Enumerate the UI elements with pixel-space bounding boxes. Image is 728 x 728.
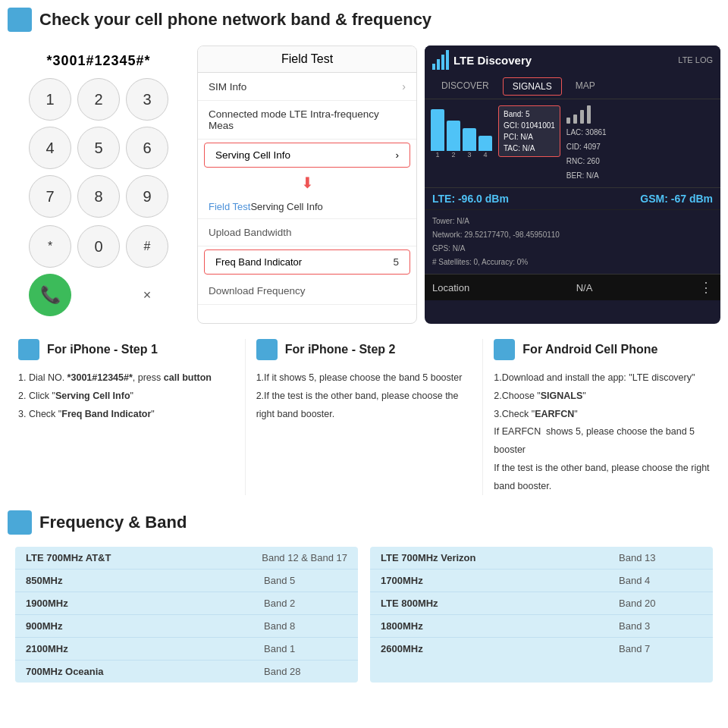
lte-title-area: LTE Discovery: [432, 50, 532, 70]
step1-column: For iPhone - Step 1 1. Dial NO. *3001#12…: [8, 339, 246, 495]
key-7[interactable]: 7: [29, 175, 71, 218]
tab-signals[interactable]: SIGNALS: [503, 77, 562, 96]
key-delete[interactable]: ×: [126, 274, 168, 316]
page-title: Check your cell phone network band & fre…: [39, 10, 431, 30]
freq-row-900: 900MHz Band 8: [15, 615, 358, 638]
android-column: For Android Cell Phone 1.Download and in…: [483, 339, 720, 495]
step1-title: For iPhone - Step 1: [47, 343, 158, 356]
keypad-column: *3001#12345#* 1 2 3 4 5 6 7 8 9 * 0 # 📞 …: [8, 46, 190, 324]
location-label: Location: [432, 282, 469, 293]
android-body: 1.Download and install the app: "LTE dis…: [494, 369, 710, 495]
key-8[interactable]: 8: [77, 175, 120, 218]
field-test-header: Field Test: [198, 46, 416, 73]
lte-right-info: LAC: 30861 CID: 4097 RNC: 260 BER: N/A: [566, 105, 607, 181]
android-header: For Android Cell Phone: [494, 339, 710, 360]
header-icon: [8, 8, 32, 32]
lte-dbm-row: LTE: -96.0 dBm GSM: -67 dBm: [425, 187, 720, 209]
lte-details: Tower: N/A Network: 29.52177470, -98.459…: [425, 209, 720, 274]
tab-discover[interactable]: DISCOVER: [432, 77, 498, 96]
ft-upload-bandwidth: Upload Bandwidth: [198, 219, 416, 246]
key-5[interactable]: 5: [77, 127, 120, 169]
freq-row-2600: 2600MHz Band 7: [370, 638, 713, 660]
ft-freq-band-boxed[interactable]: Freq Band Indicator 5: [204, 249, 410, 275]
more-options-icon[interactable]: ⋮: [699, 279, 713, 296]
steps-section: For iPhone - Step 1 1. Dial NO. *3001#12…: [8, 339, 720, 495]
freq-table-left: LTE 700MHz AT&T Band 12 & Band 17 850MHz…: [15, 547, 358, 682]
freq-title: Frequency & Band: [39, 513, 187, 532]
page-header: Check your cell phone network band & fre…: [8, 8, 720, 32]
step1-body: 1. Dial NO. *3001#12345#*, press call bu…: [18, 369, 234, 423]
key-6[interactable]: 6: [126, 127, 168, 169]
dial-code: *3001#12345#*: [46, 53, 150, 69]
tab-map[interactable]: MAP: [566, 77, 604, 96]
ft-breadcrumb: Field TestServing Cell Info: [198, 195, 416, 219]
ft-download-frequency: Download Frequency: [198, 278, 416, 305]
freq-row-header-right: LTE 700MHz Verizon Band 13: [370, 547, 713, 570]
freq-row-1800: 1800MHz Band 3: [370, 615, 713, 638]
step1-header: For iPhone - Step 1: [18, 339, 234, 360]
keypad-bottom: * 0 # 📞 ×: [29, 225, 168, 316]
ft-sim-info[interactable]: SIM Info ›: [198, 73, 416, 101]
step2-icon: [256, 339, 278, 360]
lte-main-content: 1 2 3 4 Band: 5: [425, 99, 720, 187]
freq-tables: LTE 700MHz AT&T Band 12 & Band 17 850MHz…: [8, 547, 720, 682]
step2-header: For iPhone - Step 2: [256, 339, 472, 360]
lte-app-name: LTE Discovery: [453, 54, 532, 67]
lte-log-label: LTE LOG: [678, 55, 713, 64]
key-2[interactable]: 2: [77, 78, 120, 121]
freq-section: Frequency & Band LTE 700MHz AT&T Band 12…: [8, 510, 720, 682]
freq-row-1900: 1900MHz Band 2: [15, 592, 358, 615]
location-value: N/A: [576, 282, 593, 293]
ft-connected-mode: Connected mode LTE Intra-frequency Meas: [198, 101, 416, 140]
lte-tabs: DISCOVER SIGNALS MAP: [425, 74, 720, 99]
freq-row-header-left: LTE 700MHz AT&T Band 12 & Band 17: [15, 547, 358, 570]
lte-location-row: Location N/A ⋮: [425, 274, 720, 300]
gsm-signal-bars: [566, 105, 607, 124]
ft-serving-cell-boxed[interactable]: Serving Cell Info ›: [204, 143, 410, 168]
key-star[interactable]: *: [29, 225, 71, 268]
lte-bar-chart: 1 2 3 4: [431, 105, 492, 158]
key-0[interactable]: 0: [77, 225, 120, 268]
key-4[interactable]: 4: [29, 127, 71, 169]
freq-row-2100: 2100MHz Band 1: [15, 638, 358, 661]
chevron-icon: ›: [402, 80, 406, 93]
key-hash[interactable]: #: [126, 225, 168, 268]
key-1[interactable]: 1: [29, 78, 71, 121]
android-icon: [494, 339, 515, 360]
gsm-dbm-value: GSM: -67 dBm: [640, 193, 713, 205]
android-title: For Android Cell Phone: [522, 343, 657, 356]
lte-dbm-value: LTE: -96.0 dBm: [432, 193, 509, 205]
key-call[interactable]: 📞: [29, 274, 71, 316]
freq-icon: [8, 510, 32, 535]
step2-body: 1.If it shows 5, please choose the band …: [256, 369, 472, 423]
freq-header: Frequency & Band: [8, 510, 720, 535]
lte-top-bar: LTE Discovery LTE LOG: [425, 46, 720, 74]
chevron-icon-2: ›: [396, 149, 400, 161]
freq-row-850: 850MHz Band 5: [15, 570, 358, 592]
freq-row-700-oceania: 700MHz Oceania Band 28: [15, 661, 358, 682]
freq-row-1700: 1700MHz Band 4: [370, 570, 713, 592]
key-3[interactable]: 3: [126, 78, 168, 121]
ft-down-arrow: ⬇: [198, 171, 416, 195]
step2-title: For iPhone - Step 2: [285, 343, 396, 356]
field-test-column: Field Test SIM Info › Connected mode LTE…: [197, 46, 417, 324]
signal-icon: [432, 50, 449, 70]
freq-row-lte800: LTE 800MHz Band 20: [370, 592, 713, 615]
freq-table-right: LTE 700MHz Verizon Band 13 1700MHz Band …: [370, 547, 713, 682]
lte-chart-area: 1 2 3 4: [431, 105, 492, 158]
lte-discovery-column: LTE Discovery LTE LOG DISCOVER SIGNALS M…: [425, 46, 720, 324]
step1-icon: [18, 339, 39, 360]
top-section: *3001#12345#* 1 2 3 4 5 6 7 8 9 * 0 # 📞 …: [8, 46, 720, 324]
step2-column: For iPhone - Step 2 1.If it shows 5, ple…: [246, 339, 484, 495]
keypad-grid: 1 2 3 4 5 6 7 8 9: [29, 78, 168, 218]
lte-band-info: Band: 5 GCI: 01041001 PCI: N/A TAC: N/A: [498, 105, 560, 157]
key-9[interactable]: 9: [126, 175, 168, 218]
